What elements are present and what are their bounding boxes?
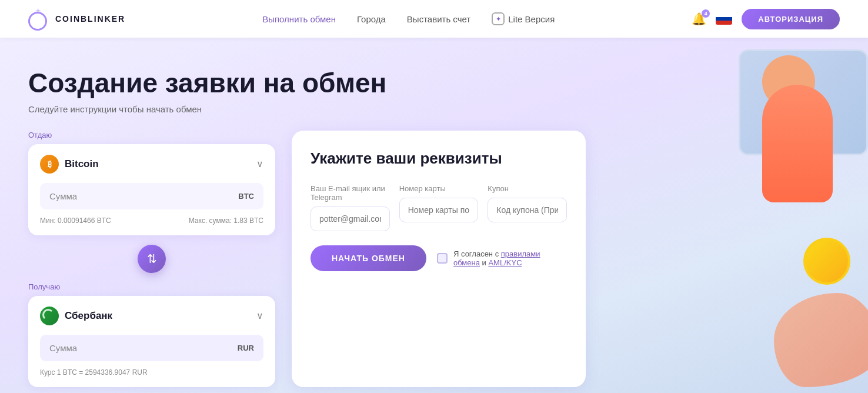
email-group: Ваш E-mail ящик или Telegram — [311, 184, 390, 231]
give-currency-name: Bitcoin — [65, 158, 99, 170]
left-panel: Отдаю ₿ Bitcoin ∨ Сумма BTC Мин: 0.00091… — [28, 131, 275, 387]
card-label: Номер карты — [399, 184, 479, 193]
give-currency-header: ₿ Bitcoin ∨ — [40, 155, 263, 174]
auth-button[interactable]: АВТОРИЗАЦИЯ — [742, 9, 840, 29]
give-label: Отдаю — [28, 131, 275, 139]
telegram-icon: ✦ — [492, 12, 505, 25]
email-input[interactable] — [311, 207, 390, 231]
bell-badge: 4 — [702, 9, 710, 18]
coupon-group: Купон — [488, 184, 567, 231]
hero-section: Создание заявки на обмен Следуйте инстру… — [0, 38, 868, 393]
receive-amount-label: Сумма — [49, 343, 77, 353]
card-group: Номер карты — [399, 184, 479, 231]
receive-amount-row: Сумма RUR — [40, 335, 263, 361]
page-title: Создание заявки на обмен — [28, 68, 840, 98]
rate-info: Курс 1 BTC = 2594336.9047 RUR — [40, 368, 263, 377]
right-panel: Укажите ваши реквизиты Ваш E-mail ящик и… — [292, 131, 586, 387]
aml-link[interactable]: AML/KYC — [488, 258, 522, 267]
consent-area: Я согласен с правилами обмена и AML/KYC — [437, 249, 567, 267]
main-nav: Выполнить обмен Города Выставить счет ✦ … — [262, 12, 555, 25]
bell-area[interactable]: 🔔 4 — [692, 12, 706, 26]
bitcoin-icon: ₿ — [40, 155, 59, 174]
receive-currency-header: Сбербанк ∨ — [40, 307, 263, 325]
nav-lite[interactable]: ✦ Lite Версия — [492, 12, 555, 25]
logo-area: + COINBLINKER — [28, 8, 125, 29]
sberbank-icon — [40, 307, 59, 325]
header: + COINBLINKER Выполнить обмен Города Выс… — [0, 0, 868, 38]
give-amount-currency: BTC — [238, 192, 254, 201]
action-row: НАЧАТЬ ОБМЕН Я согласен с правилами обме… — [311, 245, 567, 271]
receive-currency-name: Сбербанк — [65, 310, 112, 322]
email-label: Ваш E-mail ящик или Telegram — [311, 184, 390, 202]
receive-currency-info: Сбербанк — [40, 307, 112, 325]
coin-decoration — [803, 238, 850, 285]
swap-button[interactable]: ⇅ — [138, 245, 166, 273]
form-area: Отдаю ₿ Bitcoin ∨ Сумма BTC Мин: 0.00091… — [28, 131, 557, 387]
card-input[interactable] — [399, 198, 479, 222]
consent-text: Я согласен с правилами обмена и AML/KYC — [453, 249, 567, 267]
logo-text: COINBLINKER — [55, 14, 125, 24]
character-body — [762, 85, 833, 202]
orange-blob-decoration — [774, 293, 868, 387]
coupon-input[interactable] — [488, 198, 567, 222]
nav-cities[interactable]: Города — [357, 14, 386, 24]
requisites-title: Укажите ваши реквизиты — [311, 149, 567, 168]
page-subtitle: Следуйте инструкции чтобы начать обмен — [28, 104, 840, 114]
give-amount-label: Сумма — [49, 191, 77, 201]
consent-checkbox[interactable] — [437, 253, 448, 264]
receive-card: Сбербанк ∨ Сумма RUR Курс 1 BTC = 259433… — [28, 296, 275, 387]
give-min: Мин: 0.00091466 BTC — [40, 217, 111, 225]
give-card: ₿ Bitcoin ∨ Сумма BTC Мин: 0.00091466 BT… — [28, 144, 275, 235]
receive-amount-currency: RUR — [238, 344, 254, 352]
russia-flag — [716, 13, 732, 25]
nav-invoice[interactable]: Выставить счет — [407, 14, 470, 24]
give-chevron-icon[interactable]: ∨ — [256, 158, 263, 169]
give-currency-info: ₿ Bitcoin — [40, 155, 99, 174]
header-right: 🔔 4 АВТОРИЗАЦИЯ — [692, 9, 840, 29]
receive-chevron-icon[interactable]: ∨ — [256, 310, 263, 321]
give-max: Макс. сумма: 1.83 BTC — [189, 217, 263, 225]
swap-container: ⇅ — [28, 245, 275, 273]
start-exchange-button[interactable]: НАЧАТЬ ОБМЕН — [311, 245, 426, 271]
logo-plus: + — [35, 6, 41, 16]
nav-exchange[interactable]: Выполнить обмен — [262, 14, 336, 24]
logo-icon: + — [28, 8, 49, 29]
receive-label: Получаю — [28, 282, 275, 291]
coupon-label: Купон — [488, 184, 567, 193]
give-amount-row: Сумма BTC — [40, 183, 263, 209]
fields-row: Ваш E-mail ящик или Telegram Номер карты… — [311, 184, 567, 231]
give-limits-row: Мин: 0.00091466 BTC Макс. сумма: 1.83 BT… — [40, 217, 263, 225]
